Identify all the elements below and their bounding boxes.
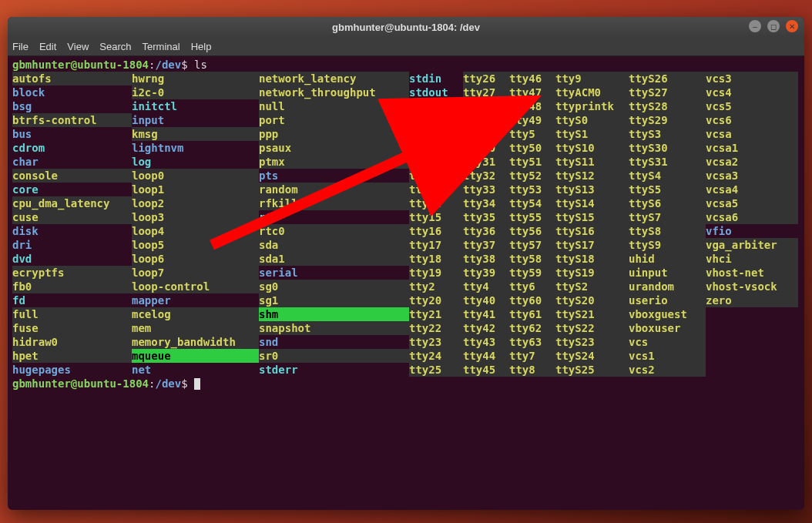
- ls-entry: full: [12, 307, 132, 321]
- ls-entry: ttyS2: [555, 280, 629, 293]
- ls-entry: loop5: [132, 238, 259, 252]
- titlebar[interactable]: gbmhunter@ubuntu-1804: /dev – ◻ ✕: [8, 17, 804, 37]
- ls-entry: ttyS16: [555, 224, 629, 238]
- ls-entry: ptmx: [259, 155, 409, 169]
- ls-entry: hpet: [12, 349, 132, 363]
- ls-entry: tty62: [509, 321, 555, 335]
- ls-entry: vcsa2: [706, 155, 798, 169]
- prompt-user: gbmhunter@ubuntu-1804: [12, 59, 149, 71]
- ls-entry: vcs: [629, 335, 706, 349]
- ls-entry: tty29: [463, 113, 509, 127]
- ls-entry: tty15: [409, 210, 463, 224]
- ls-entry: fb0: [12, 280, 132, 293]
- ls-entry: ttyS7: [629, 210, 706, 224]
- ls-entry: tty7: [509, 349, 555, 363]
- ls-entry: tty52: [509, 169, 555, 183]
- ls-entry: console: [12, 169, 132, 183]
- ls-entry: vcsa5: [706, 196, 798, 210]
- ls-entry: ecryptfs: [12, 266, 132, 280]
- ls-entry: tty49: [509, 113, 555, 127]
- ls-entry: tty39: [463, 266, 509, 280]
- ls-entry: vcs3: [706, 72, 798, 85]
- menu-edit[interactable]: Edit: [39, 41, 56, 52]
- ls-column: tty9ttyACM0ttyprintkttyS0ttyS1ttyS10ttyS…: [555, 72, 629, 377]
- ls-entry: tty1: [409, 127, 463, 141]
- ls-entry: ttyS26: [629, 72, 706, 85]
- ls-entry: tty18: [409, 252, 463, 266]
- ls-entry: uinput: [629, 266, 706, 280]
- ls-entry: mem: [132, 321, 259, 335]
- ls-entry: vcs2: [629, 363, 706, 377]
- ls-entry: tty51: [509, 155, 555, 169]
- ls-entry: shm: [259, 307, 409, 321]
- ls-entry: ttyS18: [555, 252, 629, 266]
- ls-entry: uhid: [629, 252, 706, 266]
- ls-entry: tty24: [409, 349, 463, 363]
- menu-file[interactable]: File: [12, 41, 29, 52]
- ls-entry: zero: [706, 293, 798, 307]
- window-title: gbmhunter@ubuntu-1804: /dev: [8, 22, 804, 33]
- menu-help[interactable]: Help: [191, 41, 212, 52]
- ls-entry: ttyprintk: [555, 99, 629, 113]
- ls-entry: tty21: [409, 307, 463, 321]
- ls-entry: block: [12, 85, 132, 99]
- ls-entry: tty8: [509, 363, 555, 377]
- terminal-window: gbmhunter@ubuntu-1804: /dev – ◻ ✕ File E…: [8, 17, 804, 510]
- ls-entry: rfkill: [259, 196, 409, 210]
- ls-entry: ttyS1: [555, 127, 629, 141]
- menu-terminal[interactable]: Terminal: [143, 41, 180, 52]
- ls-entry: btrfs-control: [12, 113, 132, 127]
- ls-entry: tty14: [409, 196, 463, 210]
- minimize-button[interactable]: –: [749, 20, 761, 32]
- terminal-body[interactable]: gbmhunter@ubuntu-1804:/dev$ ls autofsblo…: [8, 56, 804, 392]
- ls-entry: tty59: [509, 266, 555, 280]
- ls-entry: vcsa4: [706, 183, 798, 196]
- ls-entry: ttyS12: [555, 169, 629, 183]
- ls-entry: tty34: [463, 196, 509, 210]
- ls-entry: vcsa1: [706, 141, 798, 155]
- close-button[interactable]: ✕: [786, 20, 798, 32]
- menu-search[interactable]: Search: [99, 41, 131, 52]
- ls-entry: stdin: [409, 72, 463, 85]
- ls-entry: rtc: [259, 210, 409, 224]
- ls-entry: ppp: [259, 127, 409, 141]
- ls-entry: ttyS4: [629, 169, 706, 183]
- ls-entry: vcsa6: [706, 210, 798, 224]
- ls-entry: sg1: [259, 293, 409, 307]
- ls-entry: loop-control: [132, 280, 259, 293]
- ls-entry: tty22: [409, 321, 463, 335]
- prompt-line-2: gbmhunter@ubuntu-1804:/dev$: [12, 377, 800, 391]
- ls-entry: tty23: [409, 335, 463, 349]
- ls-entry: tty60: [509, 293, 555, 307]
- ls-entry: loop1: [132, 183, 259, 196]
- ls-entry: ttyS25: [555, 363, 629, 377]
- maximize-button[interactable]: ◻: [767, 20, 780, 32]
- ls-entry: disk: [12, 224, 132, 238]
- ls-entry: ttyS8: [629, 224, 706, 238]
- ls-entry: tty35: [463, 210, 509, 224]
- ls-entry: tty53: [509, 183, 555, 196]
- ls-entry: autofs: [12, 72, 132, 85]
- ls-entry: loop7: [132, 266, 259, 280]
- ls-entry: sda1: [259, 252, 409, 266]
- ls-entry: tty40: [463, 293, 509, 307]
- ls-entry: initctl: [132, 99, 259, 113]
- ls-entry: ttyS22: [555, 321, 629, 335]
- ls-column: autofsblockbsgbtrfs-controlbuscdromcharc…: [12, 72, 132, 377]
- ls-entry: hugepages: [12, 363, 132, 377]
- ls-entry: vga_arbiter: [706, 238, 798, 252]
- ls-entry: ttyS19: [555, 266, 629, 280]
- ls-entry: random: [259, 183, 409, 196]
- ls-entry: tty33: [463, 183, 509, 196]
- ls-entry: port: [259, 113, 409, 127]
- ls-entry: loop2: [132, 196, 259, 210]
- ls-entry: tty47: [509, 85, 555, 99]
- ls-entry: vhost-net: [706, 266, 798, 280]
- ls-entry: vcsa: [706, 127, 798, 141]
- ls-entry: core: [12, 183, 132, 196]
- ls-entry: tty6: [509, 280, 555, 293]
- ls-entry: sr0: [259, 349, 409, 363]
- ls-entry: pts: [259, 169, 409, 183]
- ls-entry: vfio: [706, 224, 798, 238]
- menu-view[interactable]: View: [67, 41, 89, 52]
